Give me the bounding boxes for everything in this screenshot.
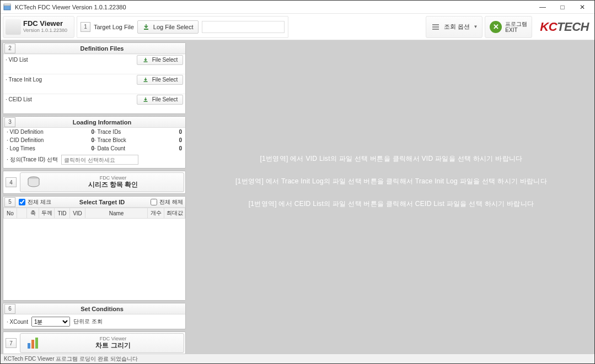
svg-rect-12 xyxy=(35,338,38,349)
col-count[interactable]: 개수 xyxy=(148,208,164,219)
svg-rect-6 xyxy=(143,61,147,62)
svg-rect-1 xyxy=(4,4,10,6)
panel-6-title: Set Conditions xyxy=(19,306,185,312)
trace-block-label: Trace Block xyxy=(94,137,126,143)
instruction-messages: [1번영역] 에서 VID List의 파일 선택 버튼을 클릭해서 VID 파… xyxy=(204,148,578,215)
close-button[interactable]: ✕ xyxy=(572,1,592,13)
uncheck-all[interactable]: 전체 해제 xyxy=(151,198,183,206)
target-table[interactable]: No 축 두께 TID VID Name 개수 최대값 xyxy=(3,208,185,300)
minimize-button[interactable]: — xyxy=(533,1,553,13)
download-icon xyxy=(142,77,149,83)
panel-loading-info: 3 Loading Information VID Definition0 Tr… xyxy=(3,116,186,169)
panel-5-title: Select Target ID xyxy=(53,199,151,205)
log-file-select-button[interactable]: Log File Select xyxy=(137,20,199,34)
svg-rect-3 xyxy=(432,24,439,25)
col-name[interactable]: Name xyxy=(85,208,148,219)
logo-kc: KC xyxy=(540,20,557,34)
titlebar: KCTech FDC Viewer Version 1.0.1.22380 — … xyxy=(1,1,594,14)
check-all-checkbox[interactable] xyxy=(19,199,25,205)
chart-icon xyxy=(25,335,42,351)
step-5-badge: 5 xyxy=(4,197,15,207)
svg-rect-11 xyxy=(31,340,34,349)
company-logo: KCTECH xyxy=(534,16,592,38)
vid-list-label: VID List xyxy=(6,57,55,63)
status-text: KCTech FDC Viewer 프로그램 로딩이 완료 되었습니다 xyxy=(4,355,138,363)
panel-definition-files: 2 Definition Files VID List File Select … xyxy=(3,42,186,114)
target-log-area: 1 Target Log File Log File Select xyxy=(77,16,288,38)
step-6-badge: 6 xyxy=(4,304,15,314)
svg-rect-7 xyxy=(143,81,147,82)
trace-ids-value: 0 xyxy=(179,129,182,135)
xcount-select[interactable]: 1분 xyxy=(31,317,70,327)
svg-rect-8 xyxy=(143,101,147,102)
ceid-list-path xyxy=(57,95,135,104)
brand-box: FDC Viewer Version 1.0.1.22380 xyxy=(3,16,74,38)
view-options-button[interactable]: 조회 옵션 ▼ xyxy=(426,16,483,38)
check-all[interactable]: 전체 체크 xyxy=(19,198,51,206)
main-area: 2 Definition Files VID List File Select … xyxy=(1,40,594,354)
trace-block-value: 0 xyxy=(179,137,182,143)
target-log-label: Target Log File xyxy=(94,24,134,30)
col-axis[interactable]: 축 xyxy=(27,208,39,219)
chevron-down-icon: ▼ xyxy=(473,24,478,29)
col-vid[interactable]: VID xyxy=(70,208,85,219)
toolbar: FDC Viewer Version 1.0.1.22380 1 Target … xyxy=(1,14,594,40)
panel-conditions: 6 Set Conditions XCount 1분 단위로 조회 xyxy=(3,303,186,329)
trace-init-label: Trace Init Log xyxy=(6,77,55,83)
col-thickness[interactable]: 두께 xyxy=(39,208,55,219)
trace-init-path xyxy=(57,75,135,84)
brand-title: FDC Viewer xyxy=(23,20,67,28)
trace-file-select-button[interactable]: File Select xyxy=(137,75,183,85)
svg-rect-5 xyxy=(432,29,439,30)
definition-row-vid: VID List File Select xyxy=(3,54,185,65)
xcount-label: XCount xyxy=(7,319,28,325)
svg-rect-2 xyxy=(144,29,148,30)
maximize-button[interactable]: □ xyxy=(553,1,572,13)
vid-file-select-button[interactable]: File Select xyxy=(137,55,183,65)
series-confirm-button[interactable]: FDC Viewer 시리즈 항목 확인 xyxy=(20,172,184,192)
definition-row-trace: Trace Init Log File Select xyxy=(3,74,185,85)
instruction-3: [1번영역] 에서 CEID List의 파일 선택 버튼을 클릭해서 CEID… xyxy=(204,192,578,215)
exit-button[interactable]: ✕ 프로그램 EXIT xyxy=(485,16,532,38)
panel-series-confirm: 4 FDC Viewer 시리즈 항목 확인 xyxy=(3,171,186,194)
right-panel: [1번영역] 에서 VID List의 파일 선택 버튼을 클릭해서 VID 파… xyxy=(188,40,594,354)
step-1-badge: 1 xyxy=(81,22,90,32)
target-log-path xyxy=(202,21,285,33)
instruction-2: [1번영역] 에서 Trace Init Log의 파일 선택 버튼을 클릭해서… xyxy=(204,170,578,193)
step-2-badge: 2 xyxy=(4,44,15,53)
exit-label-1: 프로그램 xyxy=(505,21,527,27)
window-controls: — □ ✕ xyxy=(533,1,592,13)
logo-tech: TECH xyxy=(557,20,589,34)
vid-def-label: VID Definition xyxy=(7,129,44,135)
left-panel: 2 Definition Files VID List File Select … xyxy=(1,40,188,354)
col-check[interactable] xyxy=(17,208,27,219)
draw-chart-button[interactable]: FDC Viewer 차트 그리기 xyxy=(20,333,184,353)
brand-version: Version 1.0.1.22380 xyxy=(23,28,67,34)
xcount-unit: 단위로 조회 xyxy=(73,318,103,325)
window-title: KCTech FDC Viewer Version 1.0.1.22380 xyxy=(15,4,533,10)
log-file-select-label: Log File Select xyxy=(153,24,194,30)
view-options-label: 조회 옵션 xyxy=(444,23,470,31)
panel-draw-chart: 7 FDC Viewer 차트 그리기 xyxy=(3,332,186,354)
panel-select-target: 5 전체 체크 Select Target ID 전체 해제 No 축 두께 T… xyxy=(3,196,186,301)
step-4-badge: 4 xyxy=(6,177,17,187)
app-icon xyxy=(3,3,12,12)
status-bar: KCTech FDC Viewer 프로그램 로딩이 완료 되었습니다 xyxy=(1,354,594,363)
col-max[interactable]: 최대값 xyxy=(164,208,185,219)
exit-icon: ✕ xyxy=(490,21,502,33)
ceid-file-select-button[interactable]: File Select xyxy=(137,95,183,105)
download-icon xyxy=(142,57,149,63)
download-icon xyxy=(142,96,149,103)
col-tid[interactable]: TID xyxy=(55,208,70,219)
draw-chart-main: 차트 그리기 xyxy=(47,342,179,349)
vid-list-path xyxy=(57,56,135,64)
panel-3-title: Loading Information xyxy=(19,119,185,126)
trace-id-select-input[interactable] xyxy=(61,155,138,165)
svg-rect-10 xyxy=(28,343,30,349)
series-confirm-main: 시리즈 항목 확인 xyxy=(47,181,179,188)
trace-id-select-label: 정의(Trace ID) 선택 xyxy=(7,156,58,164)
uncheck-all-checkbox[interactable] xyxy=(151,199,157,205)
col-no[interactable]: No xyxy=(4,208,17,219)
svg-rect-4 xyxy=(432,26,439,28)
data-count-value: 0 xyxy=(179,145,182,151)
